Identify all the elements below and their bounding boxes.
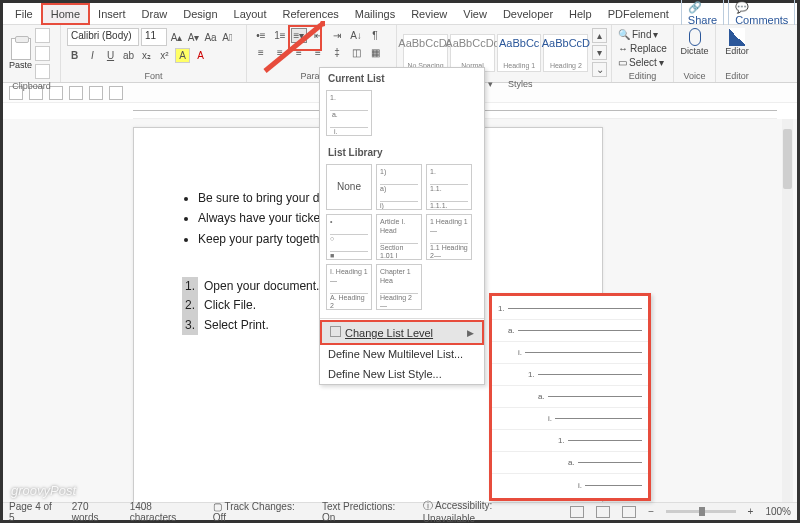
- menu-references[interactable]: References: [275, 5, 347, 23]
- status-page[interactable]: Page 4 of 5: [9, 501, 60, 523]
- clear-format-icon[interactable]: A⃠: [220, 30, 235, 45]
- line-spacing-icon[interactable]: ‡: [329, 45, 345, 60]
- find-button[interactable]: 🔍 Find ▾: [618, 28, 667, 41]
- superscript-icon[interactable]: x²: [157, 48, 172, 63]
- cll-level-9[interactable]: i.: [492, 474, 648, 496]
- menu-insert[interactable]: Insert: [90, 5, 134, 23]
- cll-level-4[interactable]: 1.: [492, 364, 648, 386]
- menu-developer[interactable]: Developer: [495, 5, 561, 23]
- menu-file[interactable]: File: [7, 5, 41, 23]
- cll-level-1[interactable]: 1.: [492, 298, 648, 320]
- increase-indent-icon[interactable]: ⇥: [329, 28, 345, 43]
- qat-icon[interactable]: [69, 86, 83, 100]
- define-list-style-item[interactable]: Define New List Style...: [320, 364, 484, 384]
- num-marker: 2.: [182, 296, 198, 315]
- cll-level-2[interactable]: a.: [492, 320, 648, 342]
- paste-button[interactable]: Paste: [9, 38, 32, 70]
- align-center-icon[interactable]: ≡: [272, 45, 288, 60]
- shrink-font-icon[interactable]: A▾: [186, 30, 201, 45]
- grow-font-icon[interactable]: A▴: [169, 30, 184, 45]
- ml-tile[interactable]: Article I. HeadSection 1.01 I(a) Heading…: [376, 214, 422, 260]
- status-chars[interactable]: 1408 characters: [130, 501, 201, 523]
- multilevel-list-button[interactable]: ≡▾: [291, 28, 307, 43]
- format-painter-icon[interactable]: [35, 64, 50, 79]
- copy-icon[interactable]: [35, 46, 50, 61]
- shading-icon[interactable]: ◫: [348, 45, 364, 60]
- highlight-icon[interactable]: A: [175, 48, 190, 63]
- cll-level-8[interactable]: a.: [492, 452, 648, 474]
- num-marker: 3.: [182, 316, 198, 335]
- style-heading2[interactable]: AaBbCcDHeading 2: [543, 34, 588, 72]
- cll-level-6[interactable]: i.: [492, 408, 648, 430]
- cll-level-5[interactable]: a.: [492, 386, 648, 408]
- ml-tile[interactable]: 1)a)i): [376, 164, 422, 210]
- zoom-in-icon[interactable]: +: [748, 506, 754, 517]
- zoom-slider[interactable]: [666, 510, 736, 513]
- qat-icon[interactable]: [89, 86, 103, 100]
- font-size-select[interactable]: 11: [141, 28, 167, 46]
- watermark: groovyPost: [11, 483, 76, 498]
- ml-tile[interactable]: 1 Heading 1—1.1 Heading 2—1.1.1 Heading: [426, 214, 472, 260]
- status-track[interactable]: ▢ Track Changes: Off: [213, 501, 310, 523]
- define-style-label: Define New List Style...: [328, 368, 442, 380]
- vertical-scrollbar[interactable]: [782, 119, 793, 502]
- dictate-button[interactable]: Dictate: [680, 28, 709, 56]
- editor-button[interactable]: Editor: [722, 28, 752, 56]
- zoom-value[interactable]: 100%: [765, 506, 791, 517]
- view-read-icon[interactable]: [570, 506, 584, 518]
- menu-layout[interactable]: Layout: [226, 5, 275, 23]
- menu-bar: File Home Insert Draw Design Layout Refe…: [3, 3, 797, 25]
- styles-down-icon[interactable]: ▾: [592, 45, 607, 60]
- zoom-out-icon[interactable]: −: [648, 506, 654, 517]
- menu-mailings[interactable]: Mailings: [347, 5, 403, 23]
- change-list-level-item[interactable]: Change List Level▶: [320, 320, 484, 345]
- cut-icon[interactable]: [35, 28, 50, 43]
- status-predictions[interactable]: Text Predictions: On: [322, 501, 411, 523]
- change-case-icon[interactable]: Aa: [203, 30, 218, 45]
- strike-icon[interactable]: ab: [121, 48, 136, 63]
- menu-review[interactable]: Review: [403, 5, 455, 23]
- show-marks-icon[interactable]: ¶: [367, 28, 383, 43]
- italic-icon[interactable]: I: [85, 48, 100, 63]
- menu-pdfelement[interactable]: PDFelement: [600, 5, 677, 23]
- ml-tile-current[interactable]: 1. a. i.: [326, 90, 372, 136]
- status-words[interactable]: 270 words: [72, 501, 118, 523]
- style-name: Heading 2: [550, 62, 582, 69]
- style-normal[interactable]: AaBbCcDdNormal: [450, 34, 495, 72]
- define-multilevel-item[interactable]: Define New Multilevel List...: [320, 344, 484, 364]
- styles-more-icon[interactable]: ⌄: [592, 62, 607, 77]
- menu-design[interactable]: Design: [175, 5, 225, 23]
- menu-help[interactable]: Help: [561, 5, 600, 23]
- view-web-icon[interactable]: [622, 506, 636, 518]
- num-text: Click File.: [204, 296, 256, 315]
- font-color-icon[interactable]: A: [193, 48, 208, 63]
- styles-up-icon[interactable]: ▴: [592, 28, 607, 43]
- style-nospacing[interactable]: AaBbCcDdNo Spacing: [403, 34, 448, 72]
- font-name-select[interactable]: Calibri (Body): [67, 28, 139, 46]
- sort-icon[interactable]: A↓: [348, 28, 364, 43]
- numbering-icon[interactable]: 1≡: [272, 28, 288, 43]
- cll-level-3[interactable]: i.: [492, 342, 648, 364]
- align-left-icon[interactable]: ≡: [253, 45, 269, 60]
- ml-tile[interactable]: •○■: [326, 214, 372, 260]
- ml-tile-none[interactable]: None: [326, 164, 372, 210]
- status-accessibility[interactable]: ⓘ Accessibility: Unavailable: [423, 499, 547, 523]
- select-button[interactable]: ▭ Select ▾: [618, 56, 667, 69]
- menu-home[interactable]: Home: [41, 3, 90, 25]
- ml-tile[interactable]: I. Heading 1—A. Heading 21. Heading 3: [326, 264, 372, 310]
- view-print-icon[interactable]: [596, 506, 610, 518]
- menu-draw[interactable]: Draw: [134, 5, 176, 23]
- style-heading1[interactable]: AaBbCcHeading 1: [497, 34, 541, 72]
- bold-icon[interactable]: B: [67, 48, 82, 63]
- subscript-icon[interactable]: x₂: [139, 48, 154, 63]
- menu-view[interactable]: View: [455, 5, 495, 23]
- ml-tile[interactable]: Chapter 1 HeaHeading 2—Heading 3—: [376, 264, 422, 310]
- underline-icon[interactable]: U: [103, 48, 118, 63]
- ml-tile[interactable]: 1.1.1.1.1.1.: [426, 164, 472, 210]
- borders-icon[interactable]: ▦: [367, 45, 383, 60]
- replace-button[interactable]: ↔ Replace: [618, 42, 667, 55]
- editor-label: Editor: [725, 46, 749, 56]
- qat-icon[interactable]: [109, 86, 123, 100]
- bullets-icon[interactable]: •≡: [253, 28, 269, 43]
- cll-level-7[interactable]: 1.: [492, 430, 648, 452]
